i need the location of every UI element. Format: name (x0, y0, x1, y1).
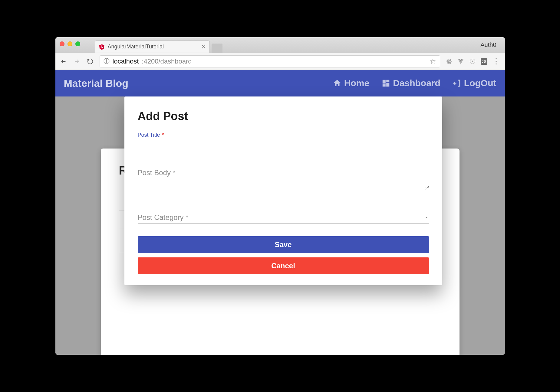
site-info-icon[interactable]: ⓘ (104, 57, 110, 65)
react-devtools-icon[interactable] (446, 58, 452, 65)
post-body-label: Post Body * (138, 168, 429, 177)
field-post-body: Post Body * ⸬ (138, 168, 429, 190)
url-host: localhost (113, 57, 139, 65)
app-brand: Material Blog (64, 77, 333, 89)
home-icon (333, 79, 342, 88)
add-post-dialog: Add Post Post Title * Post Body * ⸬ Post… (124, 96, 442, 285)
nav-dashboard-label: Dashboard (393, 78, 440, 88)
svg-rect-11 (383, 84, 386, 87)
logout-icon (453, 79, 462, 88)
field-post-category: Post Category * (138, 211, 429, 224)
chrome-menu-icon[interactable]: ⋮ (492, 57, 501, 66)
bookmark-star-icon[interactable]: ☆ (430, 57, 436, 66)
nav-forward-button[interactable] (73, 57, 81, 65)
svg-rect-9 (386, 80, 389, 82)
url-path: :4200/dashboard (142, 57, 192, 65)
nav-logout[interactable]: LogOut (453, 78, 496, 88)
browser-tab-title: AngularMaterialTutorial (108, 44, 198, 50)
window-controls (60, 41, 80, 46)
jetbrains-extension-icon[interactable]: JB (481, 58, 487, 65)
browser-urlbar: ⓘ localhost:4200/dashboard ☆ JB ⋮ (55, 53, 505, 70)
dashboard-icon (381, 79, 390, 88)
vue-devtools-icon[interactable] (457, 58, 464, 65)
page-viewport: Material Blog Home Dashboard LogOut (55, 70, 505, 355)
nav-back-button[interactable] (60, 57, 68, 65)
post-title-label: Post Title * (138, 132, 429, 138)
window-titlebar: AngularMaterialTutorial ✕ Auth0 (55, 37, 505, 53)
angular-icon (99, 44, 105, 50)
window-minimize-button[interactable] (68, 41, 72, 46)
svg-point-7 (472, 61, 473, 62)
post-category-select[interactable]: Post Category * (138, 211, 429, 224)
required-marker: * (162, 132, 164, 138)
svg-point-2 (448, 61, 450, 62)
svg-rect-8 (383, 80, 386, 84)
cancel-button[interactable]: Cancel (138, 257, 429, 274)
text-caret (138, 139, 138, 148)
post-category-label: Post Category * (138, 213, 189, 222)
svg-rect-10 (386, 83, 389, 87)
nav-logout-label: LogOut (464, 78, 496, 88)
nav-home-label: Home (344, 78, 369, 88)
new-tab-button[interactable] (212, 44, 222, 53)
address-bar[interactable]: ⓘ localhost:4200/dashboard ☆ (100, 55, 440, 67)
nav-home[interactable]: Home (333, 78, 369, 88)
chrome-profile-label[interactable]: Auth0 (480, 41, 496, 48)
window-close-button[interactable] (60, 41, 64, 46)
extension-circle-icon[interactable] (469, 58, 476, 65)
window-maximize-button[interactable] (75, 41, 80, 46)
app-nav: Home Dashboard LogOut (333, 78, 496, 88)
dialog-title: Add Post (138, 110, 429, 123)
app-toolbar: Material Blog Home Dashboard LogOut (55, 70, 505, 96)
save-button[interactable]: Save (138, 236, 429, 253)
dropdown-caret-icon (424, 213, 429, 222)
nav-reload-button[interactable] (86, 57, 94, 65)
post-title-input[interactable] (138, 138, 429, 150)
browser-tab-active[interactable]: AngularMaterialTutorial ✕ (95, 41, 210, 53)
field-post-title: Post Title * (138, 132, 429, 150)
tab-close-icon[interactable]: ✕ (201, 44, 206, 50)
browser-window: AngularMaterialTutorial ✕ Auth0 ⓘ localh… (55, 37, 505, 355)
post-body-textarea[interactable] (138, 177, 429, 189)
browser-extensions: JB ⋮ (446, 57, 501, 66)
browser-tabstrip: AngularMaterialTutorial ✕ (95, 37, 222, 53)
nav-dashboard[interactable]: Dashboard (381, 78, 440, 88)
